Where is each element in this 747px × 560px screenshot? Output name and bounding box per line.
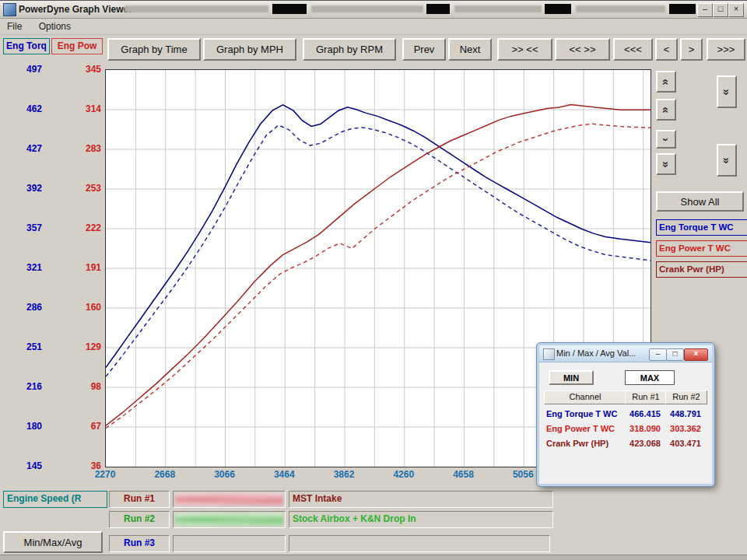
zoom-in-button[interactable]: >> << — [497, 38, 552, 61]
chevron-down-icon: » — [721, 157, 733, 163]
torque-tick-label: 427 — [11, 143, 42, 154]
power-axis-header[interactable]: Eng Pow — [51, 38, 103, 54]
engine-speed-field[interactable]: Engine Speed (R — [3, 491, 107, 508]
run2-note-field: Stock Airbox + K&N Drop In — [289, 511, 553, 528]
legend-eng-power[interactable]: Eng Power T WC — [656, 240, 747, 257]
rpm-tick-label: 3862 — [327, 469, 361, 480]
rpm-tick-label: 3066 — [207, 469, 241, 480]
power-tick-label: 253 — [70, 183, 101, 194]
max-tab-button[interactable]: MAX — [625, 370, 675, 385]
min-tab-button[interactable]: MIN — [549, 370, 594, 385]
torque-tick-label: 145 — [11, 460, 42, 471]
dialog-close-button[interactable]: × — [684, 348, 708, 361]
redacted-text — [669, 4, 696, 14]
run2-label: Run #2 — [109, 511, 170, 528]
torque-tick-label: 392 — [11, 183, 42, 194]
power-tick-label: 129 — [70, 341, 101, 352]
menu-bar: File Options — [0, 19, 747, 35]
graph-by-time-button[interactable]: Graph by Time — [107, 38, 201, 61]
menu-options[interactable]: Options — [32, 19, 78, 33]
scroll-down-double-icon[interactable]: » — [717, 75, 737, 108]
redacted-text — [124, 5, 268, 12]
table-row-run2-value: 403.471 — [665, 439, 706, 450]
run3-name-field — [173, 535, 286, 552]
legend-crank-pwr[interactable]: Crank Pwr (HP) — [656, 261, 747, 278]
rpm-tick-label: 5056 — [506, 469, 540, 480]
table-row-channel: Eng Torque T WC — [546, 409, 625, 420]
power-tick-label: 345 — [70, 64, 101, 75]
redacted-text — [576, 5, 665, 12]
run3-note-field — [289, 535, 550, 552]
title-bar: PowerDyne Graph Viewer – □ × — [0, 1, 747, 19]
scroll-up-double-icon[interactable]: « — [656, 99, 676, 121]
prev-button[interactable]: Prev — [402, 38, 446, 61]
table-row-run2-value: 303.362 — [665, 424, 706, 435]
scroll-down-double-icon[interactable]: » — [656, 153, 676, 175]
run3-label: Run #3 — [109, 535, 170, 552]
dialog-title: Min / Max / Avg Val... — [556, 348, 636, 358]
torque-tick-label: 251 — [11, 341, 42, 352]
torque-tick-label: 321 — [11, 262, 42, 273]
pan-left-button[interactable]: < — [655, 38, 678, 61]
power-tick-label: 283 — [70, 143, 101, 154]
rpm-tick-label: 3464 — [267, 469, 301, 480]
minmax-dialog: Min / Max / Avg Val... – □ × MIN MAX Cha… — [537, 343, 714, 486]
table-row-run1-value: 466.415 — [625, 409, 665, 420]
chevron-down-icon: › — [661, 138, 672, 142]
zoom-out-button[interactable]: << >> — [555, 38, 610, 61]
power-tick-label: 67 — [70, 421, 101, 432]
pan-right-button[interactable]: > — [680, 38, 703, 61]
window-title: PowerDyne Graph Viewer — [19, 4, 132, 15]
scroll-down-double-icon[interactable]: » — [717, 144, 737, 177]
redacted-text — [311, 5, 423, 12]
window-bottom-border — [0, 555, 747, 560]
scroll-down-single-icon[interactable]: › — [656, 130, 676, 149]
app-icon — [3, 3, 16, 16]
close-button[interactable]: × — [728, 3, 744, 17]
graph-by-rpm-button[interactable]: Graph by RPM — [303, 38, 396, 61]
pan-far-left-button[interactable]: <<< — [613, 38, 653, 61]
table-row-channel: Eng Power T WC — [546, 424, 625, 435]
torque-tick-label: 216 — [11, 381, 42, 392]
torque-tick-label: 180 — [11, 421, 42, 432]
rpm-tick-label: 4658 — [446, 469, 480, 480]
power-tick-label: 191 — [70, 262, 101, 273]
next-button[interactable]: Next — [448, 38, 492, 61]
redacted-text — [175, 493, 283, 506]
legend-eng-torque[interactable]: Eng Torque T WC — [656, 219, 747, 236]
table-row-channel: Crank Pwr (HP) — [546, 439, 625, 450]
torque-axis-header[interactable]: Eng Torq — [3, 38, 50, 54]
run1-note-field: MST Intake — [289, 491, 553, 508]
torque-tick-label: 497 — [11, 64, 42, 75]
maximize-button[interactable]: □ — [713, 3, 728, 17]
scroll-up-double-icon[interactable]: « — [656, 71, 676, 93]
table-row-run1-value: 318.090 — [625, 424, 665, 435]
torque-tick-label: 462 — [11, 103, 42, 114]
column-header-channel: Channel — [544, 390, 626, 404]
table-row-run2-value: 448.791 — [665, 409, 706, 420]
power-tick-label: 222 — [70, 222, 101, 233]
dialog-minimize-button[interactable]: – — [649, 348, 667, 361]
chevron-up-icon: « — [661, 107, 672, 113]
chevron-down-icon: » — [661, 161, 672, 167]
minimize-button[interactable]: – — [697, 3, 713, 17]
column-header-run1: Run #1 — [625, 390, 667, 404]
chevron-up-icon: « — [661, 79, 672, 85]
graph-by-mph-button[interactable]: Graph by MPH — [203, 38, 296, 61]
menu-file[interactable]: File — [0, 19, 29, 33]
dialog-icon — [543, 348, 555, 360]
dialog-maximize-button[interactable]: □ — [666, 348, 684, 361]
powerdyne-window: { "window": { "title": "PowerDyne Graph … — [0, 0, 747, 560]
redacted-text — [426, 4, 450, 14]
redacted-text — [454, 5, 542, 12]
show-all-button[interactable]: Show All — [656, 191, 744, 212]
redacted-text — [175, 513, 283, 526]
min-max-avg-button[interactable]: Min/Max/Avg — [3, 531, 103, 553]
power-tick-label: 160 — [70, 302, 101, 313]
run1-label: Run #1 — [109, 491, 170, 508]
power-tick-label: 98 — [70, 381, 101, 392]
rpm-tick-label: 2668 — [148, 469, 182, 480]
torque-tick-label: 357 — [11, 222, 42, 233]
column-header-run2: Run #2 — [665, 390, 707, 404]
pan-far-right-button[interactable]: >>> — [707, 38, 745, 61]
